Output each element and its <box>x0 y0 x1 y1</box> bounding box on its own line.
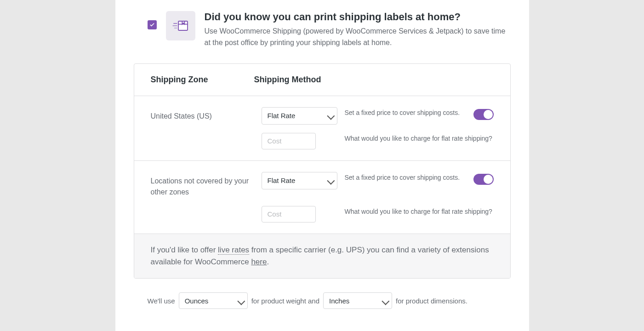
method-help: Set a fixed price to cover shipping cost… <box>345 107 464 118</box>
shipping-method-select[interactable]: Flat Rate <box>262 107 337 125</box>
cost-help: What would you like to charge for flat r… <box>345 206 494 217</box>
cost-help: What would you like to charge for flat r… <box>345 133 494 143</box>
live-rates-note: If you'd like to offer live rates from a… <box>134 234 510 279</box>
zone-toggle[interactable] <box>473 174 494 185</box>
units-row: We'll use Ounces for product weight and … <box>134 292 511 309</box>
shipping-panel: Shipping Zone Shipping Method United Sta… <box>134 63 511 279</box>
svg-rect-0 <box>178 21 188 30</box>
shipping-method-select[interactable]: Flat Rate <box>262 172 337 189</box>
zone-row: Locations not covered by your other zone… <box>134 160 510 234</box>
print-labels-checkbox[interactable] <box>148 20 157 29</box>
zone-row: United States (US) Flat Rate Set a fixed… <box>134 96 510 160</box>
weight-unit-select[interactable]: Ounces <box>179 292 248 309</box>
method-help: Set a fixed price to cover shipping cost… <box>345 172 464 183</box>
shipping-method-select-input[interactable]: Flat Rate <box>262 107 337 125</box>
header-zone: Shipping Zone <box>151 75 254 85</box>
banner-body: Use WooCommerce Shipping (powered by Woo… <box>205 26 511 49</box>
header-method: Shipping Method <box>254 75 494 85</box>
zone-toggle[interactable] <box>473 109 494 120</box>
units-mid: for product weight and <box>251 297 319 305</box>
zone-name: United States (US) <box>151 107 254 122</box>
cost-input[interactable] <box>262 133 316 149</box>
units-pre: We'll use <box>148 297 175 305</box>
shipping-box-icon <box>166 11 195 40</box>
banner-title: Did you know you can print shipping labe… <box>205 11 511 23</box>
cost-input[interactable] <box>262 206 316 223</box>
check-icon <box>149 22 155 28</box>
dimension-unit-select-input[interactable]: Inches <box>323 292 392 309</box>
live-rates-term: live rates <box>218 245 249 255</box>
weight-unit-select-input[interactable]: Ounces <box>179 292 248 309</box>
extensions-link[interactable]: here <box>251 257 267 266</box>
dimension-unit-select[interactable]: Inches <box>323 292 392 309</box>
zone-name: Locations not covered by your other zone… <box>151 172 254 198</box>
shipping-method-select-input[interactable]: Flat Rate <box>262 172 337 189</box>
units-post: for product dimensions. <box>396 297 467 305</box>
